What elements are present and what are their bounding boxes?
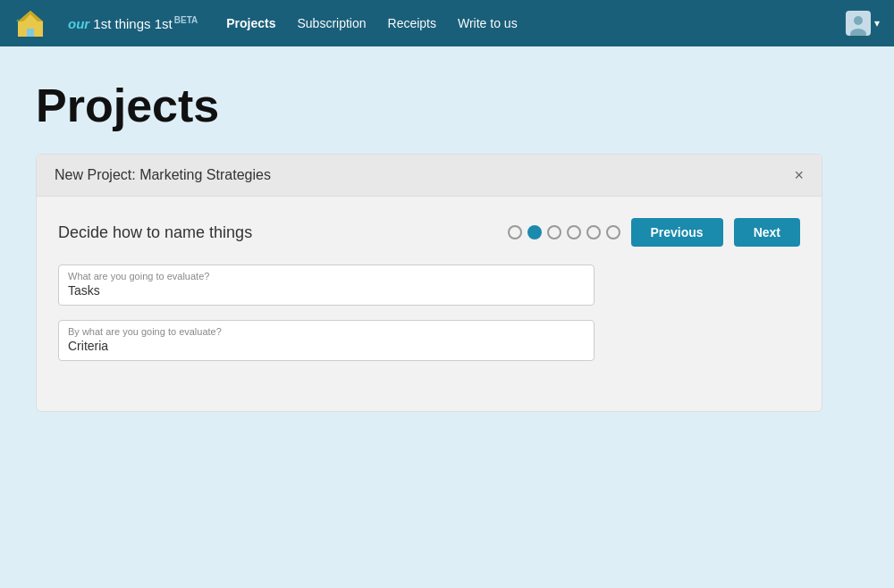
wizard-controls: Previous Next [508,218,801,247]
wizard-title: Decide how to name things [58,223,252,242]
user-menu-button[interactable]: ▾ [846,11,880,36]
main-content: Projects New Project: Marketing Strategi… [0,46,894,430]
user-icon [846,11,871,36]
nav-link-write[interactable]: Write to us [458,16,518,30]
previous-button[interactable]: Previous [631,218,723,247]
beta-badge: BETA [174,15,198,25]
field-evaluate-wrapper: What are you going to evaluate? [58,265,595,306]
app-logo-icon [14,7,46,39]
step-dot-6[interactable] [606,225,620,239]
field-evaluate-group: What are you going to evaluate? [58,265,595,306]
card-title: New Project: Marketing Strategies [55,167,271,183]
dropdown-arrow-icon: ▾ [874,17,880,29]
brand-text: our 1st things 1stBETA [68,15,198,31]
card-header: New Project: Marketing Strategies × [37,155,822,197]
navbar: our 1st things 1stBETA Projects Subscrip… [0,0,894,46]
svg-rect-3 [27,29,34,37]
brand-highlight: our [68,16,89,31]
card-close-button[interactable]: × [794,167,804,183]
svg-marker-4 [16,19,20,21]
logo [14,7,46,39]
step-dot-3[interactable] [547,225,561,239]
step-dot-2[interactable] [527,225,542,239]
card-body: Decide how to name things Previous Next [37,197,822,411]
nav-link-projects[interactable]: Projects [226,16,275,30]
field-evaluate-label: What are you going to evaluate? [59,265,594,281]
step-dot-4[interactable] [567,225,581,239]
svg-point-6 [854,16,863,25]
next-button[interactable]: Next [734,218,800,247]
nav-link-receipts[interactable]: Receipts [388,16,436,30]
page-title: Projects [36,82,858,129]
nav-link-subscription[interactable]: Subscription [297,16,366,30]
new-project-card: New Project: Marketing Strategies × Deci… [36,154,822,412]
wizard-row: Decide how to name things Previous Next [58,218,800,247]
step-dot-1[interactable] [508,225,522,239]
step-dots [508,225,620,239]
field-evaluate-input[interactable] [59,281,594,305]
field-criteria-wrapper: By what are you going to evaluate? [58,320,595,361]
field-criteria-label: By what are you going to evaluate? [59,321,594,337]
field-criteria-group: By what are you going to evaluate? [58,320,595,361]
nav-links: Projects Subscription Receipts Write to … [226,16,517,30]
field-criteria-input[interactable] [59,337,594,360]
navbar-right: ▾ [846,11,880,36]
step-dot-5[interactable] [586,225,601,239]
